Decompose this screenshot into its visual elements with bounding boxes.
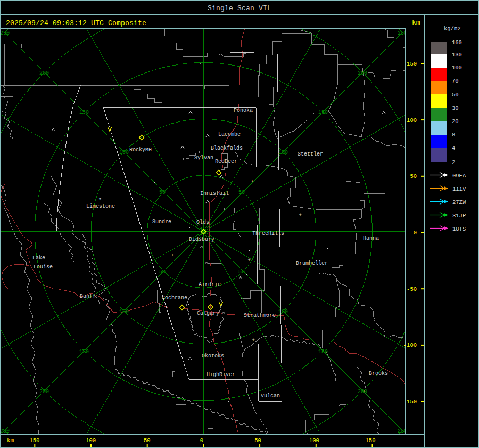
- svg-text:-100: -100: [82, 437, 96, 444]
- svg-text:200: 200: [39, 389, 49, 395]
- svg-text:100: 100: [119, 150, 129, 156]
- svg-text:50: 50: [159, 190, 166, 196]
- svg-text:100: 100: [309, 437, 319, 444]
- svg-text:+: +: [248, 258, 251, 263]
- svg-text:160: 160: [452, 39, 462, 46]
- svg-text:200: 200: [358, 70, 367, 76]
- svg-text:Hanna: Hanna: [363, 235, 379, 241]
- svg-text:50: 50: [410, 173, 417, 180]
- svg-text:0: 0: [414, 230, 417, 236]
- svg-text:111V: 111V: [452, 186, 466, 192]
- svg-text:+: +: [171, 253, 174, 258]
- svg-text:250: 250: [0, 428, 10, 434]
- svg-text:8: 8: [452, 132, 455, 138]
- svg-text:-150: -150: [26, 437, 39, 444]
- svg-text:50: 50: [254, 437, 261, 444]
- svg-text:Olds: Olds: [196, 219, 209, 225]
- svg-text:Lake: Lake: [32, 255, 45, 261]
- svg-text:Okotoks: Okotoks: [202, 353, 224, 359]
- svg-text:RedDeer: RedDeer: [215, 159, 237, 165]
- svg-text:Cochrane: Cochrane: [162, 295, 187, 301]
- svg-text:50: 50: [238, 269, 245, 275]
- svg-text:*: *: [251, 180, 254, 186]
- svg-text:2: 2: [452, 159, 455, 166]
- svg-text:2025/09/24 09:03:12 UTC Compos: 2025/09/24 09:03:12 UTC Composite: [6, 19, 146, 27]
- svg-text:kg/m2: kg/m2: [444, 26, 461, 32]
- svg-text:100: 100: [119, 309, 129, 315]
- svg-text:km: km: [7, 437, 14, 444]
- svg-text:-50: -50: [141, 437, 151, 444]
- svg-text:Innisfail: Innisfail: [200, 191, 229, 197]
- svg-text:50: 50: [159, 269, 166, 275]
- svg-text:250: 250: [0, 30, 10, 36]
- svg-text:HighRiver: HighRiver: [207, 372, 235, 378]
- svg-text:Louise: Louise: [34, 264, 53, 270]
- svg-text:200: 200: [39, 70, 49, 76]
- svg-text:-50: -50: [407, 286, 417, 292]
- svg-text:+: +: [252, 338, 255, 343]
- svg-text:150: 150: [407, 61, 417, 67]
- svg-text:RockyMH: RockyMH: [129, 147, 152, 153]
- svg-text:ThreeHills: ThreeHills: [252, 231, 284, 237]
- svg-text:200: 200: [358, 389, 367, 395]
- svg-text:Sylvan: Sylvan: [194, 155, 213, 161]
- svg-text:100: 100: [278, 150, 288, 156]
- svg-text:4: 4: [452, 145, 455, 151]
- svg-text:150: 150: [318, 110, 328, 116]
- svg-text:0: 0: [200, 437, 203, 444]
- svg-text:-150: -150: [403, 398, 417, 405]
- svg-text:Strathmore: Strathmore: [244, 313, 276, 319]
- svg-text:Sundre: Sundre: [152, 219, 171, 225]
- svg-text:31JP: 31JP: [452, 213, 466, 219]
- svg-text:20: 20: [452, 118, 459, 125]
- svg-text:150: 150: [366, 437, 376, 444]
- svg-text:18TS: 18TS: [452, 226, 466, 232]
- svg-text:Single_Scan_VIL: Single_Scan_VIL: [208, 4, 271, 12]
- svg-text:Stettler: Stettler: [298, 151, 323, 157]
- svg-text:27ZW: 27ZW: [452, 199, 466, 206]
- svg-text:Drumheller: Drumheller: [296, 260, 328, 266]
- svg-text:+: +: [299, 213, 302, 218]
- svg-text:30: 30: [452, 105, 459, 111]
- svg-text:Airdrie: Airdrie: [199, 282, 221, 288]
- svg-text:Banff: Banff: [80, 294, 96, 299]
- svg-text:100: 100: [407, 117, 417, 124]
- svg-text:150: 150: [79, 110, 89, 116]
- svg-text:Didsbury: Didsbury: [189, 237, 214, 242]
- svg-text:Calgary: Calgary: [197, 311, 219, 316]
- svg-text:*: *: [98, 198, 102, 203]
- svg-text:Lacombe: Lacombe: [218, 132, 241, 137]
- svg-text:150: 150: [79, 349, 89, 355]
- svg-text:-100: -100: [403, 342, 417, 348]
- svg-text:km: km: [412, 19, 420, 27]
- svg-text:Brooks: Brooks: [369, 371, 388, 377]
- svg-text:Limestone: Limestone: [86, 203, 115, 209]
- svg-text:100: 100: [452, 64, 462, 71]
- svg-text:130: 130: [452, 52, 462, 58]
- svg-text:50: 50: [452, 92, 459, 98]
- svg-text:Ponoka: Ponoka: [234, 108, 253, 113]
- svg-text:150: 150: [318, 349, 328, 355]
- svg-text:Vulcan: Vulcan: [261, 393, 280, 399]
- svg-text:09EA: 09EA: [452, 173, 466, 179]
- svg-text:70: 70: [452, 78, 459, 84]
- svg-text:Blackfalds: Blackfalds: [211, 145, 243, 151]
- svg-text:50: 50: [238, 190, 245, 196]
- svg-text:100: 100: [278, 309, 288, 315]
